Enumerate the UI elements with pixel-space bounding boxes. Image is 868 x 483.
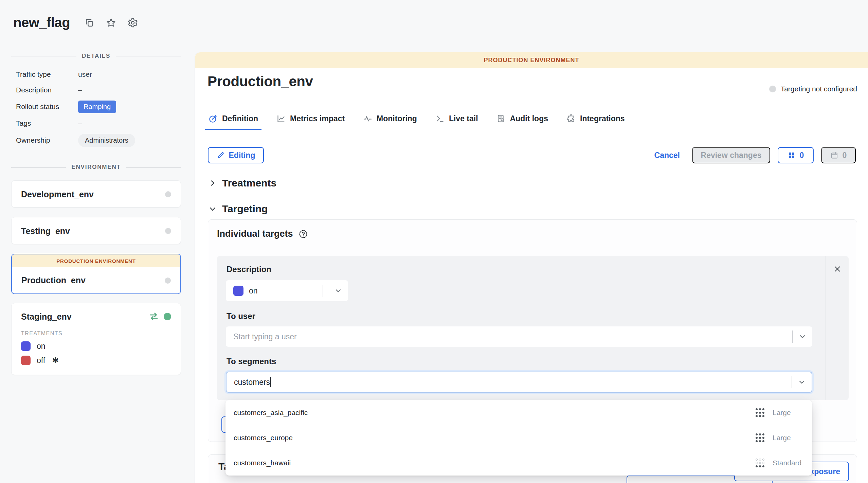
sync-arrows-icon [149,311,159,322]
segment-size-standard-icon [756,459,764,467]
page-title: Production_env [207,73,313,90]
individual-target-rule: Description on To user [217,256,849,400]
scheduled-count-button[interactable]: 0 [821,147,856,163]
review-changes-button[interactable]: Review changes [692,147,770,163]
integrations-icon [566,114,576,123]
treatment-on-swatch [21,341,31,351]
details-divider: DETAILS [11,53,181,59]
star-icon[interactable] [105,17,117,29]
env-card-development[interactable]: Development_env [11,180,181,208]
detail-row-ownership: Ownership Administrators [16,131,172,149]
copy-icon[interactable] [84,17,95,29]
monitoring-icon [363,114,372,123]
targeting-section-toggle[interactable]: Targeting [209,203,268,215]
treatment-off-row: off ✱ [12,351,181,365]
editing-button[interactable]: Editing [208,147,264,163]
treatments-heading: TREATMENTS [12,322,181,337]
treatments-section-toggle[interactable]: Treatments [209,177,276,189]
tab-bar: Definition Metrics impact Monitoring Liv… [209,114,625,129]
edit-action-bar: Editing Cancel Review changes 0 0 [195,147,868,163]
segment-size-large-icon [756,433,764,442]
chevron-right-icon [209,179,217,187]
flag-header: new_flag [13,15,139,30]
environment-divider: ENVIRONMENT [11,164,181,171]
treatment-select[interactable]: on [226,280,348,301]
cancel-link[interactable]: Cancel [654,151,680,160]
chevron-down-icon[interactable] [328,287,348,294]
flag-title: new_flag [13,15,70,30]
targeting-status: Targeting not configured [769,85,857,93]
audit-logs-icon [496,114,506,123]
live-tail-icon [435,114,445,123]
detail-row-rollout-status: Rollout status Ramping [16,98,172,115]
help-icon[interactable] [299,229,308,239]
env-active-dot [164,313,171,320]
default-treatment-icon: ✱ [52,356,59,365]
definition-icon [209,114,218,123]
changes-count-button[interactable]: 0 [778,147,814,163]
treatment-on-row: on [12,337,181,351]
environment-heading: ENVIRONMENT [71,164,121,171]
segment-size-large-icon [756,408,764,417]
to-segments-input[interactable]: customers [226,372,812,393]
production-environment-banner: PRODUCTION ENVIRONMENT [195,52,868,68]
details-heading: DETAILS [82,53,110,59]
detail-row-tags: Tags – [16,115,172,131]
env-card-staging[interactable]: Staging_env TREATMENTS on off ✱ [11,303,181,375]
segment-option-europe[interactable]: customers_europe Large [225,425,812,450]
chevron-down-icon[interactable] [792,378,812,386]
env-card-testing[interactable]: Testing_env [11,217,181,244]
treatment-on-swatch [233,286,243,296]
tab-integrations[interactable]: Integrations [566,114,625,129]
to-user-label: To user [227,311,255,321]
close-icon[interactable] [833,265,842,273]
rule-remove-column [826,256,849,400]
to-segments-label: To segments [227,357,276,366]
env-status-dot [165,228,171,234]
pencil-icon [217,151,225,159]
individual-targets-heading: Individual targets [217,229,308,239]
segment-option-hawaii[interactable]: customers_hawaii Standard [225,450,812,476]
rollout-status-badge: Ramping [78,101,116,113]
grid-icon [788,151,796,159]
chevron-down-icon [209,205,217,213]
chevron-down-icon[interactable] [793,333,812,340]
page: new_flag DETAILS Traffic type user Descr… [0,0,868,483]
production-environment-banner: PRODUCTION ENVIRONMENT [12,254,180,267]
to-user-field [226,326,812,347]
tab-metrics-impact[interactable]: Metrics impact [276,114,345,129]
segment-option-asia-pacific[interactable]: customers_asia_pacific Large [225,400,812,425]
gear-icon[interactable] [127,17,139,29]
main-panel: PRODUCTION ENVIRONMENT Production_env Ta… [195,52,868,483]
tab-live-tail[interactable]: Live tail [435,114,478,129]
detail-row-description: Description – [16,82,172,98]
tab-definition[interactable]: Definition [209,114,258,129]
env-card-production-selected[interactable]: PRODUCTION ENVIRONMENT Production_env [11,254,181,294]
status-dot [769,86,776,92]
metrics-impact-icon [276,114,286,123]
tab-monitoring[interactable]: Monitoring [363,114,417,129]
env-status-dot [165,278,171,284]
segments-dropdown: customers_asia_pacific Large customers_e… [225,400,812,476]
env-status-dot [165,191,171,197]
detail-row-traffic-type: Traffic type user [16,67,172,82]
ownership-pill: Administrators [78,134,135,147]
description-label: Description [227,265,271,274]
treatment-off-swatch [21,356,31,365]
tab-audit-logs[interactable]: Audit logs [496,114,548,129]
calendar-icon [830,151,838,159]
details-rows: Traffic type user Description – Rollout … [16,67,172,149]
to-user-input[interactable] [226,326,792,347]
text-caret [270,377,271,387]
